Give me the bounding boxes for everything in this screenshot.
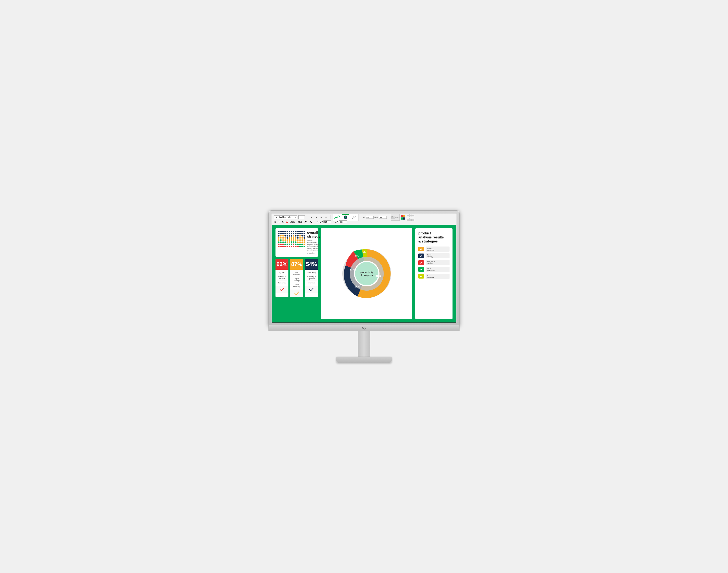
bold-btn[interactable]: B [274,221,277,223]
indent-val1-label: 0pt [324,221,327,223]
subscript-btn[interactable]: A₂ [309,221,312,223]
scatter-chart-tool[interactable] [350,214,358,220]
metric-body-dark: sustainability knowledge &application in… [305,270,318,286]
picture-label: picture [395,217,399,218]
metric-body-orange: contentmarketing digital strategy cloud … [290,270,303,290]
screen: HP Simplified Light ▼ 12 ▼ ≡ ≡ ≡ ≡ [272,214,456,323]
metric-card-red: 62% alignment statistics &analytics fram… [276,259,288,297]
donut-chart-tool[interactable] [342,214,349,220]
font-size-selector[interactable]: 12 ▼ [298,215,305,219]
dot [291,235,292,237]
dot [301,233,303,235]
dot-column [299,231,301,254]
dot [299,246,301,247]
dot [301,235,303,237]
metric-item-framework: framework [277,281,287,284]
legend-badge-green [418,267,424,272]
metric-header-orange: 87% [290,259,303,270]
legend-badge-dark [418,254,424,258]
separator-4 [389,215,389,219]
align-left-btn[interactable]: ≡ [309,215,313,219]
dot [297,239,299,241]
metric-header-red: 62% [276,259,288,270]
dot [293,233,294,235]
dot-column [289,231,290,254]
align-right-btn[interactable]: ≡ [319,215,323,219]
dot [284,246,286,247]
dot [287,242,288,243]
color-red [401,215,403,217]
align-justify-btn[interactable]: ≡ [324,215,328,219]
strategy-title: overallstrategy [307,231,320,238]
dot [282,235,284,237]
chain-icon: ⛓ [374,216,376,218]
dot [289,231,290,232]
superscript-btn[interactable]: A² [304,221,308,223]
dot [299,233,301,235]
font-selector[interactable]: HP Simplified Light ▼ [274,215,297,219]
grid-tools [407,214,414,221]
pct-13: 13% [349,268,355,271]
font-a1-btn[interactable]: A [281,221,284,223]
width-input[interactable]: 0pt [366,216,374,219]
line-chart-tool[interactable] [333,214,341,220]
dot [297,231,299,232]
dot-column [284,231,286,254]
legend-badge-lime [418,274,424,278]
abc-lower-btn[interactable]: abc [297,221,303,223]
legend-text-value-prop: valueproposition [426,267,449,272]
svg-point-2 [352,218,353,219]
dot [282,239,284,241]
dot [303,235,305,237]
separator-1 [307,215,307,219]
dot [280,244,282,245]
legend-badge-red [418,260,424,265]
size-controls: W: 0pt ⛓ H: 0pt [363,216,387,219]
dot [282,242,284,243]
svg-point-1 [345,216,346,218]
dot [303,233,305,235]
center-column: 56% 18% 13% 8% 5% prod [321,228,412,319]
indent-val2[interactable]: 0pt [339,220,347,223]
svg-rect-11 [409,214,412,215]
dot-column [295,231,296,254]
dot [303,244,305,245]
dot [289,242,290,243]
indent-arrow2: ▲▼ [335,221,339,223]
picture-section: picture [391,214,414,221]
dot [303,237,305,239]
metric-item-innovation: innovation [306,281,317,284]
chart-tools [333,214,358,221]
metric-footer-orange [290,290,303,297]
dot [301,239,303,241]
svg-rect-12 [412,214,414,215]
dot [280,237,282,239]
dot [284,242,286,243]
dot [291,246,292,247]
dot [291,239,292,241]
legend-item-red: analytics &statistics [418,260,449,265]
metric-header-dark: 54% [305,259,318,270]
align-center-btn[interactable]: ≡ [314,215,319,219]
dot [303,242,305,243]
abc-btn[interactable]: ABC [290,221,296,223]
font-a2-btn[interactable]: A [286,221,288,223]
metric-body-red: alignment statistics &analytics framewor… [276,270,288,286]
dot [289,237,290,239]
italic-btn[interactable]: I [278,221,280,223]
indent-val1[interactable]: 0pt [324,220,331,223]
legend-badge-orange [418,247,424,251]
metric-item-stats: statistics &analytics [277,275,287,280]
pct-18: 18% [354,285,360,288]
legend-text-work-efficiency: workefficiency [426,274,449,279]
legend-item-green: valueproposition [418,267,449,272]
dot [287,235,288,237]
separator-2 [330,215,331,219]
dot [291,244,292,245]
check-icon-legend-red [420,261,423,264]
height-input[interactable]: 0pt [379,216,387,219]
dot [278,233,280,235]
dot-column [278,231,280,254]
monitor-bezel: HP Simplified Light ▼ 12 ▼ ≡ ≡ ≡ ≡ [269,210,459,325]
check-icon-orange [294,292,299,295]
